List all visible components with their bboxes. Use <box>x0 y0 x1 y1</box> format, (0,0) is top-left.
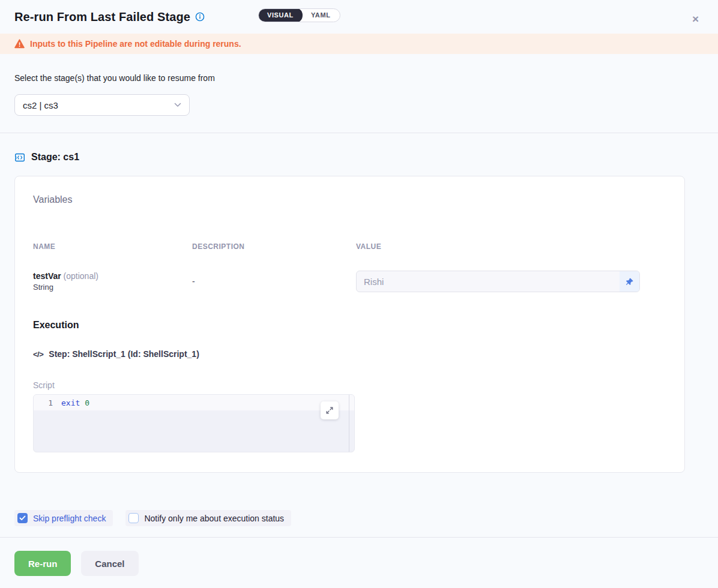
stage-card: Variables NAME DESCRIPTION VALUE testVar… <box>14 176 685 473</box>
editor-scrollbar[interactable] <box>349 395 349 452</box>
tab-visual[interactable]: VISUAL <box>258 8 303 22</box>
column-header-description: DESCRIPTION <box>192 242 356 251</box>
skip-preflight-label: Skip preflight check <box>33 514 106 523</box>
variable-description: - <box>192 277 356 286</box>
step-title: Step: ShellScript_1 (Id: ShellScript_1) <box>49 349 199 359</box>
close-icon[interactable]: × <box>692 13 699 25</box>
execution-heading: Execution <box>33 320 666 331</box>
pin-icon <box>625 277 634 286</box>
expand-editor-button[interactable] <box>321 401 339 419</box>
warning-message: Inputs to this Pipeline are not editable… <box>30 39 241 49</box>
stage-select-value: cs2 | cs3 <box>23 100 58 110</box>
script-code-editor[interactable]: 1 exit 0 <box>33 394 355 452</box>
line-number: 1 <box>34 398 61 407</box>
stage-select-dropdown[interactable]: cs2 | cs3 <box>14 94 190 116</box>
variables-table: NAME DESCRIPTION VALUE testVar (optional… <box>33 242 666 292</box>
cancel-button[interactable]: Cancel <box>81 551 138 576</box>
column-header-value: VALUE <box>356 242 666 251</box>
pin-button[interactable] <box>620 271 639 292</box>
warning-banner: Inputs to this Pipeline are not editable… <box>0 34 718 54</box>
variable-name: testVar <box>33 271 61 281</box>
notify-only-me-option[interactable]: Notify only me about execution status <box>125 510 291 526</box>
info-icon[interactable] <box>195 12 205 22</box>
warning-triangle-icon <box>14 39 25 49</box>
tab-yaml[interactable]: YAML <box>302 8 340 22</box>
checkbox-checked[interactable] <box>17 513 28 523</box>
variables-heading: Variables <box>33 194 666 205</box>
script-label: Script <box>33 380 666 390</box>
dialog-header: Re-run From Last Failed Stage VISUAL YAM… <box>0 0 718 34</box>
stage-icon <box>14 152 25 163</box>
stage-select-section: Select the stage(s) that you would like … <box>0 54 718 133</box>
code-keyword: exit <box>61 398 80 407</box>
checkbox-unchecked[interactable] <box>128 513 139 523</box>
code-icon: </> <box>33 350 43 359</box>
chevron-down-icon <box>174 103 181 107</box>
skip-preflight-option[interactable]: Skip preflight check <box>14 510 113 526</box>
page-title: Re-run From Last Failed Stage <box>14 10 190 24</box>
stage-title: Stage: cs1 <box>31 152 79 163</box>
column-header-name: NAME <box>33 242 192 251</box>
step-row: </> Step: ShellScript_1 (Id: ShellScript… <box>33 349 666 359</box>
checkmark-icon <box>19 515 26 521</box>
code-line: 1 exit 0 <box>34 395 354 410</box>
expand-icon <box>325 406 334 415</box>
variable-value-input[interactable]: Rishi <box>356 271 640 292</box>
variables-table-header: NAME DESCRIPTION VALUE <box>33 242 666 251</box>
variable-value-text: Rishi <box>357 277 620 287</box>
stage-select-label: Select the stage(s) that you would like … <box>14 73 704 83</box>
rerun-button[interactable]: Re-run <box>14 551 71 576</box>
variable-name-cell: testVar (optional) String <box>33 271 192 292</box>
stage-header: Stage: cs1 <box>14 151 704 163</box>
options-row: Skip preflight check Notify only me abou… <box>14 510 718 526</box>
notify-only-me-label: Notify only me about execution status <box>144 514 284 523</box>
code-argument: 0 <box>85 398 89 407</box>
footer: Re-run Cancel <box>0 538 718 576</box>
variable-type: String <box>33 283 192 292</box>
table-row: testVar (optional) String - Rishi <box>33 271 666 292</box>
visual-yaml-toggle: VISUAL YAML <box>258 8 340 22</box>
variable-optional-tag: (optional) <box>64 271 98 281</box>
